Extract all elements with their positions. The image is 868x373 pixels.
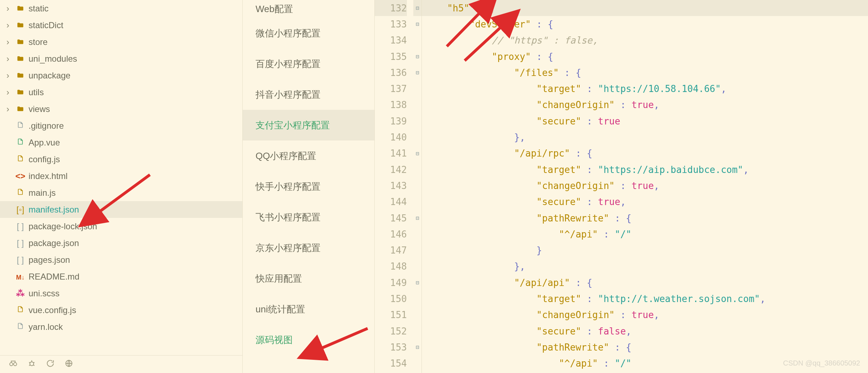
config-item-7[interactable]: 飞书小程序配置 — [243, 202, 374, 233]
config-item-2[interactable]: 百度小程序配置 — [243, 48, 374, 79]
code-line[interactable]: "devServer" : { — [422, 16, 868, 32]
svg-point-2 — [30, 362, 34, 366]
file-pages-json[interactable]: [ ]pages.json — [0, 251, 242, 268]
config-item-5[interactable]: QQ小程序配置 — [243, 140, 374, 171]
code-line[interactable]: "/api/api" : { — [422, 275, 868, 291]
line-number: 138 — [375, 97, 407, 113]
file-package-lock-json[interactable]: [ ]package-lock.json — [0, 218, 242, 235]
fold-gutter[interactable]: ⊟⊟⊟⊟⊟⊟⊟⊟ — [413, 0, 422, 373]
code-line[interactable]: "target" : "http://t.weather.sojson.com"… — [422, 291, 868, 307]
file-label: pages.json — [29, 255, 70, 265]
fold-marker[interactable]: ⊟ — [413, 275, 422, 291]
file-vue-config-js[interactable]: vue.config.js — [0, 302, 242, 318]
code-line[interactable]: "changeOrigin" : true, — [422, 178, 868, 194]
file-icon: [◦] — [15, 205, 26, 215]
code-line[interactable]: "h5" : { — [422, 0, 868, 16]
folder-label: store — [29, 37, 47, 47]
line-number: 151 — [375, 307, 407, 323]
line-number: 140 — [375, 129, 407, 145]
file-package-json[interactable]: [ ]package.json — [0, 235, 242, 251]
file-index-html[interactable]: <>index.html — [0, 168, 242, 184]
config-item-10[interactable]: uni统计配置 — [243, 294, 374, 325]
file-icon: [ ] — [15, 221, 26, 231]
code-editor[interactable]: 1321331341351361371381391401411421431441… — [375, 0, 868, 373]
file-uni-scss[interactable]: ⁂uni.scss — [0, 285, 242, 302]
code-line[interactable]: } — [422, 242, 868, 258]
binoculars-icon[interactable] — [9, 359, 18, 370]
line-number: 153 — [375, 339, 407, 355]
folder-staticDict[interactable]: ›staticDict — [0, 17, 242, 34]
fold-marker[interactable]: ⊟ — [413, 210, 422, 226]
fold-marker — [413, 291, 422, 307]
config-item-9[interactable]: 快应用配置 — [243, 263, 374, 294]
config-nav: Web配置微信小程序配置百度小程序配置抖音小程序配置支付宝小程序配置QQ小程序配… — [243, 0, 375, 373]
line-number: 148 — [375, 259, 407, 275]
config-item-8[interactable]: 京东小程序配置 — [243, 233, 374, 263]
bug-icon[interactable] — [27, 359, 36, 370]
config-item-0[interactable]: Web配置 — [243, 0, 374, 18]
line-number: 150 — [375, 291, 407, 307]
chevron-right-icon: › — [6, 37, 15, 47]
config-item-11[interactable]: 源码视图 — [243, 325, 374, 355]
globe-icon[interactable] — [64, 359, 74, 370]
fold-marker[interactable]: ⊟ — [413, 0, 422, 16]
fold-marker[interactable]: ⊟ — [413, 48, 422, 65]
code-line[interactable]: "changeOrigin" : true, — [422, 307, 868, 323]
fold-marker[interactable]: ⊟ — [413, 145, 422, 162]
file-manifest-json[interactable]: [◦]manifest.json — [0, 201, 242, 218]
config-item-3[interactable]: 抖音小程序配置 — [243, 79, 374, 110]
code-line[interactable]: "target" : "https://aip.baidubce.com", — [422, 162, 868, 178]
folder-utils[interactable]: ›utils — [0, 84, 242, 101]
watermark: CSDN @qq_386605092 — [783, 359, 860, 367]
line-number: 149 — [375, 275, 407, 291]
folder-uni_modules[interactable]: ›uni_modules — [0, 50, 242, 67]
file-yarn-lock[interactable]: yarn.lock — [0, 318, 242, 335]
code-line[interactable]: "^/api" : "/" — [422, 226, 868, 242]
code-line[interactable]: "/files" : { — [422, 65, 868, 81]
file-config-js[interactable]: config.js — [0, 151, 242, 168]
chevron-right-icon: › — [6, 20, 15, 30]
code-line[interactable]: "secure" : false, — [422, 323, 868, 339]
fold-marker — [413, 81, 422, 97]
code-line[interactable]: }, — [422, 129, 868, 145]
fold-marker — [413, 259, 422, 275]
folder-unpackage[interactable]: ›unpackage — [0, 67, 242, 84]
file-label: main.js — [29, 188, 56, 198]
code-line[interactable]: "changeOrigin" : true, — [422, 97, 868, 113]
code-line[interactable]: }, — [422, 259, 868, 275]
file-App-vue[interactable]: App.vue — [0, 134, 242, 151]
file-main-js[interactable]: main.js — [0, 184, 242, 201]
fold-marker[interactable]: ⊟ — [413, 339, 422, 355]
refresh-icon[interactable] — [46, 359, 55, 370]
code-line[interactable]: "pathRewrite" : { — [422, 339, 868, 355]
config-item-6[interactable]: 快手小程序配置 — [243, 171, 374, 202]
code-line[interactable]: "/api/rpc" : { — [422, 145, 868, 162]
code-line[interactable]: "target" : "https://10.58.104.66", — [422, 81, 868, 97]
file-icon — [15, 305, 26, 315]
file-label: package-lock.json — [29, 221, 97, 231]
file-README-md[interactable]: M↓README.md — [0, 268, 242, 285]
folder-views[interactable]: ›views — [0, 101, 242, 117]
file-explorer: ›static›staticDict›store›uni_modules›unp… — [0, 0, 243, 373]
config-item-1[interactable]: 微信小程序配置 — [243, 18, 374, 48]
file-label: uni.scss — [29, 288, 60, 298]
folder-label: utils — [29, 87, 44, 97]
fold-marker[interactable]: ⊟ — [413, 16, 422, 32]
code-line[interactable]: // "https" : false, — [422, 32, 868, 48]
folder-static[interactable]: ›static — [0, 0, 242, 17]
folder-store[interactable]: ›store — [0, 34, 242, 50]
code-line[interactable]: "proxy" : { — [422, 48, 868, 65]
line-number: 152 — [375, 323, 407, 339]
folder-label: unpackage — [29, 71, 70, 81]
line-number: 137 — [375, 81, 407, 97]
code-line[interactable]: "pathRewrite" : { — [422, 210, 868, 226]
file--gitignore[interactable]: .gitignore — [0, 117, 242, 134]
code-line[interactable]: "secure" : true, — [422, 194, 868, 210]
code-line[interactable]: "secure" : true — [422, 113, 868, 129]
line-number: 134 — [375, 32, 407, 48]
code-area[interactable]: "h5" : { "devServer" : { // "https" : fa… — [422, 0, 868, 373]
file-tree[interactable]: ›static›staticDict›store›uni_modules›unp… — [0, 0, 242, 355]
fold-marker[interactable]: ⊟ — [413, 65, 422, 81]
config-item-4[interactable]: 支付宝小程序配置 — [243, 110, 374, 140]
line-number: 139 — [375, 113, 407, 129]
